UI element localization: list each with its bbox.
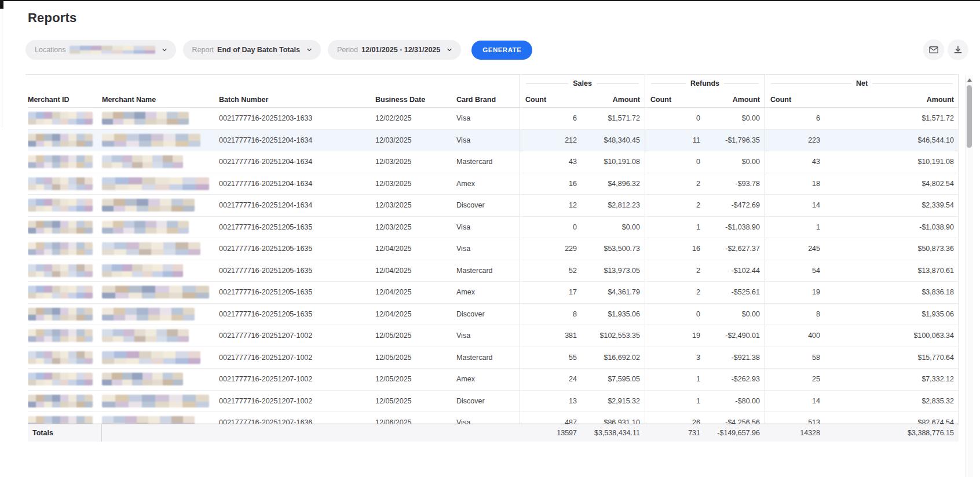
table-row[interactable]: 0021777716-20251203-163312/02/2025Visa6$… xyxy=(28,108,959,130)
batch-number-cell: 0021777716-20251204-1634 xyxy=(219,173,375,195)
table-row[interactable]: 0021777716-20251204-163412/03/2025Visa21… xyxy=(28,130,959,152)
scrollbar-thumb[interactable] xyxy=(967,85,972,148)
merchant-name-blur xyxy=(102,134,200,147)
merchant-name-redacted xyxy=(102,195,219,216)
merchant-name-redacted xyxy=(102,391,219,412)
table-row[interactable]: 0021777716-20251204-163412/03/2025Amex16… xyxy=(28,173,959,195)
sales-amount-cell: $2,812.23 xyxy=(581,195,645,216)
merchant-name-redacted xyxy=(102,238,219,260)
merchant-id-redacted xyxy=(28,325,102,347)
merchant-id-blur xyxy=(28,373,93,385)
download-report-button[interactable] xyxy=(948,39,968,60)
merchant-id-blur xyxy=(28,286,93,298)
refunds-amount-cell: -$1,038.90 xyxy=(704,217,765,238)
col-batch-number: Batch Number xyxy=(219,92,375,107)
vertical-scrollbar[interactable] xyxy=(965,75,973,477)
table-row[interactable]: 0021777716-20251205-163512/04/2025Amex17… xyxy=(28,282,959,304)
sales-count-cell: 17 xyxy=(520,282,581,303)
col-net-amount: Amount xyxy=(824,92,959,107)
merchant-name-redacted xyxy=(102,369,219,390)
merchant-id-blur xyxy=(28,351,93,364)
refunds-count-cell: 2 xyxy=(645,260,704,282)
table-row[interactable]: 0021777716-20251207-163612/06/2025Visa48… xyxy=(28,412,959,424)
period-dropdown[interactable]: Period 12/01/2025 - 12/31/2025 xyxy=(328,40,461,60)
net-amount-cell: $2,835.32 xyxy=(824,391,959,412)
refunds-count-cell: 1 xyxy=(645,369,704,390)
business-date-cell: 12/05/2025 xyxy=(375,347,456,369)
net-count-cell: 245 xyxy=(765,238,824,260)
business-date-cell: 12/03/2025 xyxy=(375,217,456,238)
merchant-name-blur xyxy=(102,242,200,255)
sales-count-cell: 24 xyxy=(520,369,581,390)
table-row[interactable]: 0021777716-20251207-100212/05/2025Visa38… xyxy=(28,325,959,347)
table-row[interactable]: 0021777716-20251207-100212/05/2025Discov… xyxy=(28,391,959,413)
sales-amount-cell: $4,361.79 xyxy=(581,282,645,303)
merchant-name-redacted xyxy=(102,347,219,369)
scrollbar-up-arrow-icon[interactable] xyxy=(967,78,972,82)
table-row[interactable]: 0021777716-20251207-100212/05/2025Master… xyxy=(28,347,959,369)
net-count-cell: 223 xyxy=(765,130,824,151)
card-brand-cell: Mastercard xyxy=(456,347,520,369)
merchant-id-blur xyxy=(28,264,93,277)
email-report-button[interactable] xyxy=(923,39,944,60)
net-count-cell: 400 xyxy=(765,325,824,347)
merchant-id-blur xyxy=(28,329,93,342)
business-date-cell: 12/04/2025 xyxy=(375,238,456,260)
card-brand-cell: Visa xyxy=(456,108,520,129)
batch-number-cell: 0021777716-20251207-1002 xyxy=(219,391,375,412)
table-row[interactable]: 0021777716-20251205-163512/04/2025Master… xyxy=(28,260,959,282)
col-merchant-name: Merchant Name xyxy=(102,92,219,107)
refunds-count-cell: 1 xyxy=(645,217,704,238)
net-count-cell: 58 xyxy=(765,347,824,369)
merchant-name-redacted xyxy=(102,151,219,173)
refunds-count-cell: 0 xyxy=(645,151,704,173)
sales-amount-cell: $86,931.10 xyxy=(581,412,645,424)
business-date-cell: 12/03/2025 xyxy=(375,173,456,195)
refunds-amount-cell: -$80.00 xyxy=(704,391,765,412)
net-amount-cell: $2,339.54 xyxy=(824,195,959,216)
table-group-header: Sales Refunds Net xyxy=(28,75,959,92)
merchant-id-blur xyxy=(28,416,93,424)
merchant-id-redacted xyxy=(28,304,102,325)
table-body: 0021777716-20251203-163312/02/2025Visa6$… xyxy=(28,108,959,424)
business-date-cell: 12/06/2025 xyxy=(375,412,456,424)
net-amount-cell: $13,870.61 xyxy=(824,260,959,282)
refunds-amount-cell: -$93.78 xyxy=(704,173,765,195)
table-row[interactable]: 0021777716-20251204-163412/03/2025Discov… xyxy=(28,195,959,217)
locations-dropdown[interactable]: Locations xyxy=(25,40,176,60)
group-header-refunds: Refunds xyxy=(645,75,765,92)
batch-number-cell: 0021777716-20251204-1634 xyxy=(219,130,375,151)
refunds-amount-cell: -$2,490.01 xyxy=(704,325,765,347)
net-amount-cell: $46,544.10 xyxy=(824,130,959,151)
business-date-cell: 12/04/2025 xyxy=(375,282,456,303)
merchant-name-blur xyxy=(102,221,189,234)
business-date-cell: 12/03/2025 xyxy=(375,195,456,216)
table-row[interactable]: 0021777716-20251205-163512/04/2025Discov… xyxy=(28,304,959,326)
merchant-id-redacted xyxy=(28,151,102,173)
sales-amount-cell: $4,896.32 xyxy=(581,173,645,195)
merchant-id-blur xyxy=(28,112,93,125)
group-header-net: Net xyxy=(765,75,959,92)
merchant-id-redacted xyxy=(28,217,102,238)
batch-number-cell: 0021777716-20251207-1002 xyxy=(219,347,375,369)
period-label: Period xyxy=(337,46,358,54)
net-amount-cell: $82,674.54 xyxy=(824,412,959,424)
table-row[interactable]: 0021777716-20251204-163412/03/2025Master… xyxy=(28,151,959,173)
batch-number-cell: 0021777716-20251204-1634 xyxy=(219,151,375,173)
batch-number-cell: 0021777716-20251204-1634 xyxy=(219,195,375,216)
report-dropdown[interactable]: Report End of Day Batch Totals xyxy=(183,40,321,60)
sales-amount-cell: $48,340.45 xyxy=(581,130,645,151)
card-brand-cell: Amex xyxy=(456,173,520,195)
merchant-name-blur xyxy=(102,416,195,424)
generate-button[interactable]: GENERATE xyxy=(471,41,532,60)
download-icon xyxy=(953,45,963,55)
page-title: Reports xyxy=(28,10,77,26)
sales-amount-cell: $13,973.05 xyxy=(581,260,645,282)
card-brand-cell: Amex xyxy=(456,369,520,390)
sales-amount-cell: $2,915.32 xyxy=(581,391,645,412)
net-count-cell: 14 xyxy=(765,391,824,412)
col-sales-amount: Amount xyxy=(581,92,645,107)
table-row[interactable]: 0021777716-20251207-100212/05/2025Amex24… xyxy=(28,369,959,391)
table-row[interactable]: 0021777716-20251205-163512/03/2025Visa0$… xyxy=(28,217,959,239)
table-row[interactable]: 0021777716-20251205-163512/04/2025Visa22… xyxy=(28,238,959,260)
